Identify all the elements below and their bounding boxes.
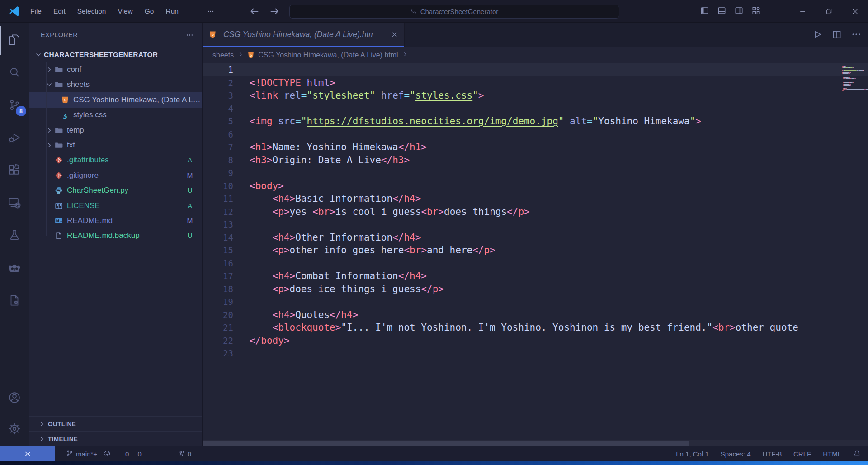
tree-root-folder[interactable]: CHARACTERSHEETGENERATOR	[29, 47, 202, 62]
tree-item-readme-md-backup[interactable]: README.md.backupU	[29, 228, 202, 243]
branch-status[interactable]: main*+	[66, 450, 111, 458]
settings-gear-icon[interactable]	[4, 418, 25, 439]
notifications-bell-icon[interactable]	[853, 449, 861, 458]
section-timeline[interactable]: TIMELINE	[29, 431, 202, 446]
code-line-19[interactable]	[203, 295, 868, 308]
code-line-4[interactable]	[203, 102, 868, 115]
tree-item-csg-yoshino-himekawa-date-a-live-html[interactable]: 5CSG Yoshino Himekawa, (Date A Live).htm…	[29, 92, 202, 107]
code-line-21[interactable]: <blockquote>"I... I'm not Yoshinon. I'm …	[203, 321, 868, 334]
editor-more-icon[interactable]	[851, 29, 862, 40]
explorer-more-icon[interactable]	[186, 31, 194, 39]
close-window-button[interactable]	[842, 0, 868, 23]
customize-layout-icon[interactable]	[751, 6, 762, 17]
menu-selection[interactable]: Selection	[71, 7, 112, 15]
tree-item-temp[interactable]: temp	[29, 123, 202, 138]
horizontal-scrollbar[interactable]	[203, 440, 868, 446]
tree-item-conf[interactable]: conf	[29, 62, 202, 77]
code-line-12[interactable]: <p>yes <br>is cool i guess<br>does thing…	[203, 205, 868, 218]
tab-close-icon[interactable]	[391, 31, 398, 38]
minimize-button[interactable]	[789, 0, 816, 23]
cpp-tools-icon[interactable]	[4, 290, 25, 311]
split-editor-icon[interactable]	[832, 29, 842, 40]
code-line-6[interactable]	[203, 128, 868, 141]
chevron-spacer	[46, 157, 53, 164]
css-icon: ʒ	[61, 111, 69, 119]
code-line-10[interactable]: <body>	[203, 180, 868, 193]
remote-explorer-icon[interactable]	[4, 192, 25, 213]
restore-button[interactable]	[816, 0, 842, 23]
code-line-16[interactable]	[203, 257, 868, 270]
code-line-2[interactable]: <!DOCTYPE html>	[203, 76, 868, 90]
menu-run[interactable]: Run	[160, 7, 184, 15]
tree-item-charsheetgen-py[interactable]: CharSheetGen.pyU	[29, 183, 202, 198]
code-line-20[interactable]: <h4>Quotes</h4>	[203, 308, 868, 322]
remote-indicator[interactable]	[0, 446, 55, 461]
code-line-22[interactable]: </body>	[203, 334, 868, 347]
breadcrumb-more[interactable]: ...	[412, 51, 418, 59]
chevron-right-icon	[237, 51, 244, 59]
status-crlf[interactable]: CRLF	[793, 450, 811, 458]
tab-bar: 5 CSG Yoshino Himekawa, (Date A Live).ht…	[203, 23, 868, 47]
code-line-1[interactable]	[203, 63, 868, 76]
status-html[interactable]: HTML	[823, 450, 841, 458]
code-line-3[interactable]: <link rel="stylesheet" href="styles.css"…	[203, 89, 868, 102]
toggle-panel-icon[interactable]	[717, 6, 728, 17]
toggle-sidebar-icon[interactable]	[700, 6, 711, 17]
navigate-forward-icon[interactable]	[269, 6, 280, 17]
menu-overflow-button[interactable]	[202, 8, 220, 17]
menu-file[interactable]: File	[24, 7, 47, 15]
menu-view[interactable]: View	[112, 7, 138, 15]
code-line-18[interactable]: <p>does ice things i guess</p>	[203, 283, 868, 296]
accounts-icon[interactable]	[4, 387, 25, 408]
code-line-5[interactable]: <img src="https://dfstudios.neocities.or…	[203, 115, 868, 128]
code-line-23[interactable]	[203, 347, 868, 360]
menu-go[interactable]: Go	[139, 7, 160, 15]
navigate-back-icon[interactable]	[250, 6, 260, 17]
run-button-icon[interactable]	[812, 29, 823, 40]
editor-actions	[812, 29, 862, 40]
tree-item--gitattributes[interactable]: .gitattributesA	[29, 153, 202, 168]
section-outline[interactable]: OUTLINE	[29, 416, 202, 431]
tree-item-styles-css[interactable]: ʒstyles.css	[29, 108, 202, 123]
menu-edit[interactable]: Edit	[47, 7, 71, 15]
code-line-11[interactable]: <h4>Basic Information</h4>	[203, 192, 868, 205]
ports-status[interactable]: 0	[178, 450, 191, 458]
code-line-9[interactable]	[203, 166, 868, 180]
search-view-icon[interactable]	[4, 62, 25, 83]
problems-status[interactable]: 0 0	[123, 450, 146, 458]
tree-item--gitignore[interactable]: .gitignoreM	[29, 168, 202, 183]
godot-tools-icon[interactable]	[4, 257, 25, 278]
vscode-logo-icon	[8, 5, 21, 18]
extensions-icon[interactable]	[4, 160, 25, 180]
run-debug-icon[interactable]	[4, 127, 25, 148]
tree-item-readme-md[interactable]: README.mdM	[29, 213, 202, 228]
command-center-search[interactable]: CharacterSheetGenerator	[289, 5, 619, 19]
code-editor[interactable]: <!DOCTYPE html><link rel="stylesheet" hr…	[203, 63, 868, 440]
code-line-17[interactable]: <h4>Combat Information</h4>	[203, 270, 868, 283]
toggle-secondary-sidebar-icon[interactable]	[734, 6, 745, 17]
breadcrumb-file[interactable]: CSG Yoshino Himekawa, (Date A Live).html	[258, 51, 398, 59]
line-number: 6	[203, 128, 233, 141]
status-utf-8[interactable]: UTF-8	[762, 450, 782, 458]
source-control-icon[interactable]: 8	[4, 95, 25, 115]
status-spaces-4[interactable]: Spaces: 4	[721, 450, 751, 458]
git-status-badge: U	[183, 186, 197, 195]
code-line-7[interactable]: <h1>Name: Yoshino Himekawa</h1>	[203, 141, 868, 154]
tree-item-license[interactable]: LICENSEA	[29, 198, 202, 213]
scrollbar-slider[interactable]	[203, 441, 689, 446]
explorer-icon[interactable]	[4, 29, 25, 50]
breadcrumb-folder[interactable]: sheets	[212, 51, 234, 59]
minimap[interactable]	[842, 65, 868, 119]
code-line-13[interactable]	[203, 218, 868, 231]
tab-label: CSG Yoshino Himekawa, (Date A Live).html	[223, 30, 373, 39]
testing-icon[interactable]	[4, 225, 25, 246]
tree-item-txt[interactable]: txt	[29, 138, 202, 152]
explorer-sidebar: EXPLORER CHARACTERSHEETGENERATORconfshee…	[29, 23, 203, 446]
tab-active[interactable]: 5 CSG Yoshino Himekawa, (Date A Live).ht…	[203, 23, 405, 47]
code-line-15[interactable]: <p>other info goes here<br>and here</p>	[203, 244, 868, 257]
line-number: 13	[203, 218, 233, 231]
code-line-14[interactable]: <h4>Other Information</h4>	[203, 231, 868, 244]
status-ln-1-col-1[interactable]: Ln 1, Col 1	[676, 450, 709, 458]
code-line-8[interactable]: <h3>Origin: Date A Live</h3>	[203, 154, 868, 167]
tree-item-sheets[interactable]: sheets	[29, 77, 202, 92]
